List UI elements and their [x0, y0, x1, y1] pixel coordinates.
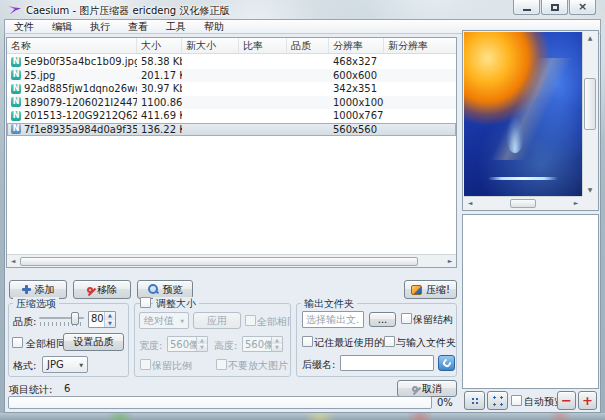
cancel-icon [412, 386, 418, 392]
same-as-input-label: 与输入文件夹相 [396, 336, 456, 350]
cell-name: N5e9b0f35a4bc1b09.jpg [7, 56, 137, 67]
menu-view[interactable]: 查看 [119, 20, 157, 34]
file-list-horizontal-scrollbar[interactable]: ◄ ► [7, 254, 456, 267]
quality-spinner[interactable]: 80 ▲ ▼ [88, 311, 116, 328]
horizontal-scrollbar-thumb[interactable] [20, 257, 418, 266]
zoom-in-button[interactable]: + [578, 391, 597, 410]
file-type-icon: N [11, 57, 21, 67]
scroll-left-icon[interactable]: ◄ [464, 197, 476, 209]
scroll-right-icon[interactable]: ► [570, 197, 582, 209]
file-type-icon: N [11, 97, 21, 107]
slider-thumb[interactable] [71, 312, 79, 325]
resize-checkbox[interactable] [140, 297, 151, 308]
format-dropdown[interactable]: JPG ▼ [42, 356, 88, 373]
auto-preview-checkbox[interactable] [511, 395, 522, 406]
file-name: 7f1e8935a984d0a9f358de... [24, 124, 137, 135]
zoom-out-button[interactable]: − [557, 391, 576, 410]
cell-resolution: 600x600 [329, 70, 384, 81]
column-header-quality[interactable]: 品质 [287, 38, 329, 53]
reset-suffix-button[interactable] [438, 355, 455, 371]
set-quality-button[interactable]: 设置品质 [63, 333, 124, 351]
scroll-right-icon[interactable]: ► [444, 255, 456, 267]
column-header-new-size[interactable]: 新大小 [182, 38, 239, 53]
height-spinner[interactable]: 560像 ▲ ▼ [242, 336, 283, 352]
file-list: 名称大小新大小比率品质分辨率新分辨率 N5e9b0f35a4bc1b09.jpg… [6, 37, 457, 268]
spin-down-icon[interactable]: ▼ [197, 344, 207, 351]
column-header-name[interactable]: 名称 [7, 38, 137, 53]
table-row[interactable]: N201513-120G9212Q626.jpg411.69 Kb1000x76… [7, 109, 456, 123]
file-name: 25.jpg [24, 70, 55, 81]
cell-name: N7f1e8935a984d0a9f358de... [7, 124, 137, 135]
progress-bar [8, 396, 432, 409]
cell-resolution: 1000x1000 [329, 97, 384, 108]
scroll-up-icon[interactable]: ▲ [583, 32, 597, 44]
compress-button[interactable]: 压缩! [404, 280, 457, 299]
spin-down-icon[interactable]: ▼ [272, 344, 282, 351]
table-row[interactable]: N25.jpg201.17 Kb600x600 [7, 69, 456, 83]
column-header-ratio[interactable]: 比率 [239, 38, 287, 53]
output-folder-input[interactable] [302, 311, 364, 328]
fit-to-window-button[interactable] [487, 391, 508, 410]
cell-size: 58.38 Kb [137, 56, 182, 67]
actual-size-button[interactable] [464, 391, 485, 410]
width-spinner[interactable]: 560像 ▲ ▼ [167, 336, 208, 352]
close-button[interactable]: × [569, 0, 596, 15]
chevron-down-icon: ▼ [79, 362, 83, 368]
resize-mode-dropdown[interactable]: 绝对值 ▼ [139, 312, 189, 329]
scroll-down-icon[interactable]: ▼ [583, 184, 597, 196]
compressed-preview-pane [462, 214, 599, 389]
light-streak [464, 58, 582, 160]
table-row[interactable]: N189079-1206021I24472.jpg1100.86 Kb1000x… [7, 96, 456, 110]
spin-up-icon[interactable]: ▲ [197, 337, 207, 344]
title-bar[interactable]: Caesium - 图片压缩器 ericdeng 汉化修正版 × [0, 0, 605, 19]
menu-file[interactable]: 文件 [5, 20, 43, 34]
scroll-left-icon[interactable]: ◄ [7, 255, 19, 267]
file-name: 5e9b0f35a4bc1b09.jpg [24, 56, 137, 67]
preview-horizontal-scrollbar[interactable]: ◄ ► [464, 196, 582, 209]
scrollbar-corner [582, 196, 597, 209]
resize-mode-value: 绝对值 [144, 314, 174, 328]
menu-edit[interactable]: 编辑 [43, 20, 81, 34]
spin-up-icon[interactable]: ▲ [105, 312, 115, 320]
keep-structure-checkbox[interactable] [401, 313, 412, 324]
cell-resolution: 468x327 [329, 56, 384, 67]
menu-help[interactable]: 帮助 [195, 20, 233, 34]
minus-icon: − [561, 394, 572, 407]
table-row[interactable]: N7f1e8935a984d0a9f358de...136.22 Kb560x5… [7, 123, 456, 137]
menu-execute[interactable]: 执行 [81, 20, 119, 34]
column-header-new-resolution[interactable]: 新分辨率 [384, 38, 457, 53]
cell-resolution: 1000x767 [329, 110, 384, 121]
spin-down-icon[interactable]: ▼ [105, 320, 115, 328]
column-header-size[interactable]: 大小 [137, 38, 182, 53]
window-frame-bottom [0, 413, 605, 420]
resize-title: 调整大小 [153, 297, 199, 311]
maximize-button[interactable] [541, 0, 568, 15]
remove-button[interactable]: 移除 [73, 280, 131, 299]
suffix-input[interactable] [340, 355, 434, 371]
vertical-scrollbar-thumb[interactable] [584, 78, 596, 130]
preview-vertical-scrollbar[interactable]: ▲ ▼ [582, 32, 597, 196]
browse-button[interactable]: ... [369, 312, 396, 327]
cancel-button[interactable]: 取消 [397, 380, 457, 397]
spin-up-icon[interactable]: ▲ [272, 337, 282, 344]
table-row[interactable]: N5e9b0f35a4bc1b09.jpg58.38 Kb468x327 [7, 55, 456, 69]
cell-resolution: 560x560 [329, 124, 384, 135]
keep-ratio-checkbox[interactable] [140, 359, 151, 370]
table-row[interactable]: N92ad885fjw1dqno26wgz9...30.97 Kb342x351 [7, 82, 456, 96]
table-body[interactable]: N5e9b0f35a4bc1b09.jpg58.38 Kb468x327N25.… [7, 55, 456, 254]
no-enlarge-checkbox[interactable] [216, 359, 227, 370]
cell-size: 411.69 Kb [137, 110, 182, 121]
same-quality-checkbox[interactable] [12, 337, 23, 348]
same-as-input-checkbox[interactable] [384, 336, 395, 347]
remember-recent-checkbox[interactable] [302, 336, 313, 347]
maximize-icon [551, 4, 559, 11]
cell-size: 201.17 Kb [137, 70, 182, 81]
menu-tools[interactable]: 工具 [157, 20, 195, 34]
apply-button[interactable]: 应用 [193, 312, 241, 329]
quality-slider[interactable] [39, 312, 84, 327]
horizontal-scrollbar-thumb[interactable] [510, 199, 536, 208]
progress-percent: 0% [437, 397, 453, 408]
minimize-button[interactable] [513, 0, 540, 15]
resize-same-all-checkbox[interactable] [245, 315, 256, 326]
column-header-resolution[interactable]: 分辨率 [329, 38, 384, 53]
